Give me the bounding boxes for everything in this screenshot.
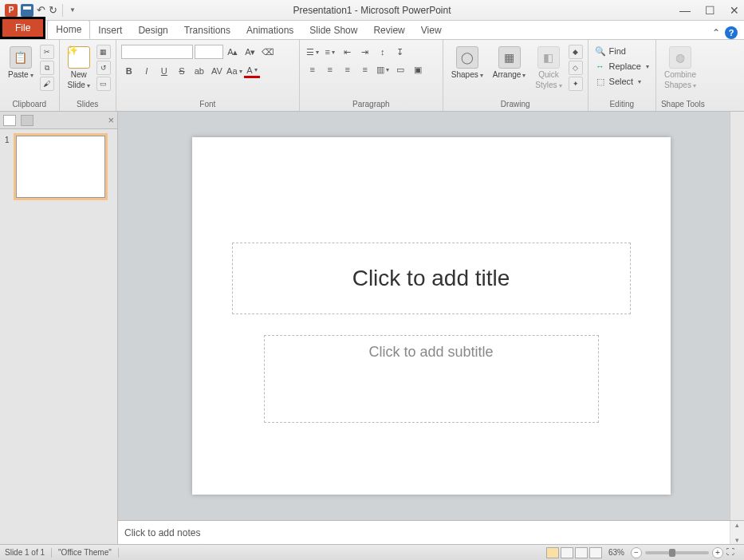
numbering-button[interactable]: ≡▾ (322, 45, 338, 59)
close-button[interactable]: ✕ (730, 4, 739, 17)
change-case-button[interactable]: Aa▾ (226, 64, 242, 78)
maximize-button[interactable]: ☐ (705, 4, 715, 17)
quick-access-toolbar: P ↶ ↻ ▼ (0, 4, 81, 17)
increase-font-icon[interactable]: A▴ (225, 45, 241, 59)
subtitle-placeholder[interactable]: Click to add subtitle (264, 335, 599, 423)
thumbnail-preview (16, 136, 105, 198)
tab-insert[interactable]: Insert (90, 22, 130, 39)
align-right-button[interactable]: ≡ (340, 62, 356, 77)
tab-file[interactable]: File (0, 17, 45, 39)
notes-scrollbar[interactable]: ▴▾ (730, 521, 744, 544)
shapes-button[interactable]: ◯ Shapes▾ (448, 45, 486, 81)
select-button[interactable]: ⬚ Select▾ (593, 75, 644, 88)
font-size-select[interactable] (195, 45, 223, 59)
strikethrough-button[interactable]: S (174, 64, 190, 78)
smartart-button[interactable]: ▣ (410, 62, 426, 77)
zoom-slider[interactable] (645, 551, 709, 554)
reading-view-button[interactable] (575, 547, 588, 558)
text-direction-button[interactable]: ↧ (392, 45, 408, 59)
font-family-select[interactable] (121, 45, 193, 59)
char-spacing-button[interactable]: AV (209, 64, 225, 78)
find-button[interactable]: 🔍 Find (593, 45, 628, 57)
shape-fill-icon[interactable]: ◆ (569, 45, 583, 59)
tab-slideshow[interactable]: Slide Show (301, 22, 365, 39)
group-editing: 🔍 Find ↔ Replace▾ ⬚ Select▾ Editing (589, 40, 656, 111)
copy-icon[interactable]: ⧉ (40, 61, 54, 75)
tab-home[interactable]: Home (47, 20, 90, 39)
group-font-label: Font (121, 98, 294, 111)
group-editing-label: Editing (593, 98, 651, 111)
tab-review[interactable]: Review (365, 22, 412, 39)
decrease-font-icon[interactable]: A▾ (242, 45, 258, 59)
clear-formatting-icon[interactable]: ⌫ (260, 45, 276, 59)
layout-icon[interactable]: ▦ (96, 45, 111, 59)
underline-button[interactable]: U (156, 64, 172, 78)
decrease-indent-button[interactable]: ⇤ (340, 45, 356, 59)
subtitle-placeholder-text: Click to add subtitle (368, 344, 493, 361)
slides-tab-icon[interactable] (3, 115, 16, 126)
bullets-button[interactable]: ☰▾ (305, 45, 321, 59)
new-slide-icon: ✨ (68, 46, 90, 69)
line-spacing-button[interactable]: ↕ (375, 45, 391, 59)
slide-canvas-area[interactable]: Click to add title Click to add subtitle (118, 112, 744, 520)
tab-animations[interactable]: Animations (238, 22, 301, 39)
window-controls: — ☐ ✕ (679, 4, 739, 17)
format-painter-icon[interactable]: 🖌 (40, 77, 54, 91)
replace-button[interactable]: ↔ Replace▾ (593, 60, 651, 73)
font-color-button[interactable]: A▾ (244, 64, 260, 78)
new-slide-button[interactable]: ✨ New Slide▾ (65, 45, 93, 91)
tab-design[interactable]: Design (130, 22, 175, 39)
slide-thumbnails-panel: × 1 (0, 112, 118, 544)
align-text-button[interactable]: ▭ (392, 62, 408, 77)
fit-to-window-button[interactable]: ⛶ (726, 547, 739, 558)
status-theme: "Office Theme" (58, 548, 112, 557)
zoom-in-button[interactable]: + (712, 547, 723, 558)
zoom-out-button[interactable]: − (631, 547, 642, 558)
normal-view-button[interactable] (546, 547, 559, 558)
thumbnail-slide-1[interactable]: 1 (5, 136, 112, 198)
cut-icon[interactable]: ✂ (40, 45, 54, 59)
align-left-button[interactable]: ≡ (305, 62, 321, 77)
bold-button[interactable]: B (121, 64, 137, 78)
arrange-icon: ▦ (498, 46, 521, 69)
select-icon: ⬚ (595, 76, 606, 87)
sorter-view-button[interactable] (561, 547, 573, 558)
increase-indent-button[interactable]: ⇥ (357, 45, 373, 59)
vertical-scrollbar[interactable] (730, 112, 744, 520)
redo-icon[interactable]: ↻ (49, 4, 57, 16)
align-center-button[interactable]: ≡ (322, 62, 338, 77)
help-icon[interactable]: ? (725, 26, 738, 39)
outline-tab-icon[interactable] (21, 115, 33, 126)
shadow-button[interactable]: ab (191, 64, 207, 78)
group-slides: ✨ New Slide▾ ▦ ↺ ▭ Slides (60, 40, 116, 111)
tab-view[interactable]: View (413, 22, 450, 39)
status-slide-indicator: Slide 1 of 1 (5, 548, 45, 557)
quick-styles-button[interactable]: ◧ Quick Styles▾ (532, 45, 565, 91)
paste-button[interactable]: 📋 Paste▾ (5, 45, 37, 81)
panel-close-icon[interactable]: × (108, 114, 114, 126)
combine-shapes-button[interactable]: ◍ Combine Shapes▾ (661, 45, 699, 91)
find-icon: 🔍 (595, 45, 606, 57)
shape-effects-icon[interactable]: ✦ (569, 77, 583, 91)
notes-pane[interactable]: Click to add notes ▴▾ (118, 520, 744, 544)
undo-icon[interactable]: ↶ (37, 4, 45, 16)
quick-label: Quick (538, 70, 559, 79)
tab-transitions[interactable]: Transitions (176, 22, 238, 39)
justify-button[interactable]: ≡ (357, 62, 373, 77)
styles-label: Styles (535, 81, 557, 89)
slideshow-view-button[interactable] (589, 547, 602, 558)
reset-icon[interactable]: ↺ (96, 61, 111, 75)
title-placeholder[interactable]: Click to add title (232, 243, 631, 314)
ribbon-minimize-icon[interactable]: ⌃ (712, 27, 720, 38)
group-drawing-label: Drawing (448, 98, 583, 111)
italic-button[interactable]: I (139, 64, 155, 78)
combine-label: Combine (664, 70, 696, 79)
shape-outline-icon[interactable]: ◇ (569, 61, 583, 75)
columns-button[interactable]: ▥▾ (375, 62, 391, 77)
section-icon[interactable]: ▭ (96, 77, 111, 91)
minimize-button[interactable]: — (679, 4, 691, 17)
save-icon[interactable] (21, 4, 33, 17)
slide-canvas[interactable]: Click to add title Click to add subtitle (192, 137, 671, 495)
qat-customize-icon[interactable]: ▼ (69, 6, 76, 14)
arrange-button[interactable]: ▦ Arrange▾ (490, 45, 529, 81)
